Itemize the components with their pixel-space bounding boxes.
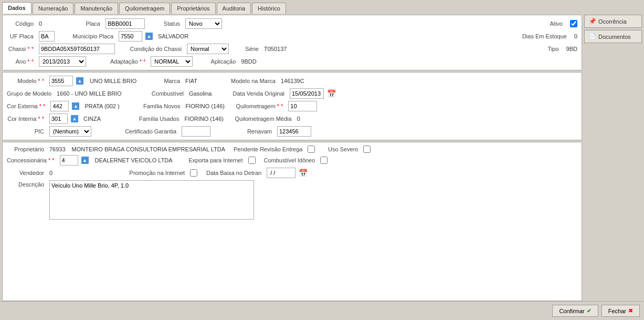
promocao-label: Promoção na Internet: [124, 170, 187, 176]
concessionaria-code-input[interactable]: [60, 155, 78, 166]
pic-select[interactable]: (Nenhum): [49, 126, 91, 137]
data-venda-input[interactable]: [290, 88, 324, 99]
marca-value: FIAT: [185, 78, 217, 84]
data-baixa-calendar-icon[interactable]: 📅: [299, 169, 308, 177]
modelo-code-input[interactable]: [49, 76, 73, 86]
municipio-label: Município Placa: [66, 33, 115, 39]
pic-label: PIC: [7, 128, 46, 135]
doc-icon: 📄: [589, 33, 596, 40]
aplicacao-value: 9BDD: [241, 58, 256, 65]
condicao-select[interactable]: Normal Remarcado: [187, 44, 229, 54]
uf-placa-input[interactable]: [39, 31, 55, 42]
municipio-code-input[interactable]: [119, 31, 142, 42]
adaptacao-select[interactable]: NORMAL ADAPTADO: [151, 56, 193, 67]
pendente-label: Pendente Revisão Entrega: [234, 146, 304, 152]
vendedor-value: 0: [49, 170, 52, 176]
tab-dados[interactable]: Dados: [2, 2, 31, 14]
check-icon: ✔: [587, 307, 592, 314]
modelo-label: Modelo *: [7, 78, 46, 84]
quilometragem-input[interactable]: [288, 101, 317, 111]
familia-usados-value: FIORINO (146): [184, 116, 226, 122]
tab-quilometragem[interactable]: Quilometragem: [119, 3, 170, 14]
data-baixa-input[interactable]: [267, 168, 295, 178]
aplicacao-label: Aplicação: [201, 58, 238, 65]
confirmar-button[interactable]: Confirmar ✔: [552, 305, 598, 317]
tab-proprietarios[interactable]: Proprietários: [171, 3, 215, 14]
placa-label: Placa: [79, 20, 102, 27]
fechar-button[interactable]: Fechar ✖: [601, 305, 640, 317]
pendente-checkbox[interactable]: [308, 146, 315, 153]
concessionaria-up-arrow[interactable]: ▲: [81, 157, 89, 164]
placa-input[interactable]: [105, 18, 145, 29]
concessionaria-label: Concessionária *: [7, 157, 57, 163]
quilometragem-media-label: Quilometragem Média: [235, 116, 293, 122]
cor-interna-up-arrow[interactable]: ▲: [71, 115, 78, 122]
proprietario-code: 76933: [49, 146, 66, 152]
tab-numeracao[interactable]: Numeração: [33, 3, 74, 14]
modelo-name: UNO MILLE BRIO: [90, 78, 147, 84]
quilometragem-media-value: 0: [297, 116, 300, 122]
proprietario-label: Proprietário: [7, 146, 46, 152]
familia-novos-label: Família Novos: [140, 103, 182, 109]
adaptacao-label: Adaptação *: [110, 58, 147, 65]
ano-select[interactable]: 2013/2013: [39, 56, 86, 67]
ativo-checkbox[interactable]: [570, 20, 577, 27]
cor-interna-code-input[interactable]: [49, 113, 68, 124]
codigo-label: Código: [7, 20, 36, 27]
dias-estoque-label: Dias Em Estoque: [522, 33, 569, 39]
concessionaria-name: DEALERNET VEICOLO LTDA: [95, 157, 174, 163]
documentos-button[interactable]: 📄 Documentos: [584, 30, 642, 43]
ano-label: Ano *: [7, 58, 36, 65]
cor-externa-code-input[interactable]: [50, 101, 69, 111]
pin-icon: 📌: [589, 18, 596, 25]
panel-model-info: Modelo * ▲ UNO MILLE BRIO Marca FIAT Mod…: [2, 72, 582, 140]
cor-interna-label: Cor Interna *: [7, 116, 46, 122]
status-select[interactable]: Novo Usado: [185, 18, 222, 29]
renavam-label: Renavam: [240, 128, 274, 135]
chassi-input[interactable]: [39, 44, 115, 54]
calendar-icon[interactable]: 📅: [327, 89, 336, 98]
right-sidebar: 📌 Ocorrência 📄 Documentos: [584, 14, 642, 301]
vendedor-label: Vendedor: [7, 170, 46, 176]
familia-usados-label: Família Usados: [139, 116, 181, 122]
ocorrencia-button[interactable]: 📌 Ocorrência: [584, 15, 642, 28]
combustivel-idoneo-checkbox[interactable]: [320, 157, 328, 164]
chassi-label: Chassi *: [7, 46, 36, 52]
grupo-modelo-label: Grupo de Modelo: [7, 90, 54, 97]
municipio-up-arrow[interactable]: ▲: [145, 33, 153, 40]
data-baixa-label: Data Baixa no Detran: [206, 170, 263, 176]
codigo-value: 0: [39, 20, 60, 27]
uso-severo-label: Uso Severo: [323, 146, 360, 152]
modelo-up-arrow[interactable]: ▲: [76, 77, 83, 85]
tipo-value: 9BD: [566, 46, 577, 52]
serie-label: Série: [237, 46, 261, 52]
certificado-input[interactable]: [182, 126, 210, 137]
status-label: Status: [159, 20, 182, 27]
municipio-name: SALVADOR: [158, 33, 188, 39]
promocao-checkbox[interactable]: [190, 169, 197, 177]
certificado-label: Certificado Garantia: [115, 128, 178, 135]
descricao-textarea[interactable]: Veículo Uno Mille Brio, 4P, 1.0: [49, 180, 254, 220]
tab-auditoria[interactable]: Auditoria: [217, 3, 251, 14]
fechar-label: Fechar: [608, 308, 626, 314]
bottom-bar: Confirmar ✔ Fechar ✖: [0, 301, 644, 320]
renavam-input[interactable]: [277, 126, 311, 137]
uso-severo-checkbox[interactable]: [363, 146, 371, 153]
combustivel-idoneo-label: Combustível Idôneo: [264, 157, 318, 163]
documentos-label: Documentos: [598, 34, 631, 40]
tabs-bar: Dados Numeração Manutenção Quilometragem…: [0, 0, 644, 14]
data-venda-label: Data Venda Original: [229, 90, 287, 97]
dias-estoque-value: 0: [574, 33, 577, 39]
grupo-modelo-value: 1660 - UNO MILLE BRIO: [57, 90, 141, 97]
ocorrencia-label: Ocorrência: [598, 18, 627, 25]
serie-value: T050137: [264, 46, 287, 52]
exporta-checkbox[interactable]: [248, 157, 256, 164]
proprietario-name: MONTEIRO BRAGA CONSULTORIA EMPRESARIAL L…: [72, 146, 225, 152]
quilometragem-label: Quilometragem *: [236, 103, 285, 109]
tab-manutencao[interactable]: Manutenção: [75, 3, 118, 14]
cor-externa-up-arrow[interactable]: ▲: [72, 102, 79, 110]
tab-historico[interactable]: Histórico: [252, 3, 286, 14]
x-icon: ✖: [628, 307, 633, 314]
combustivel-label: Combustível: [149, 90, 186, 97]
tipo-label: Tipo: [548, 46, 561, 52]
